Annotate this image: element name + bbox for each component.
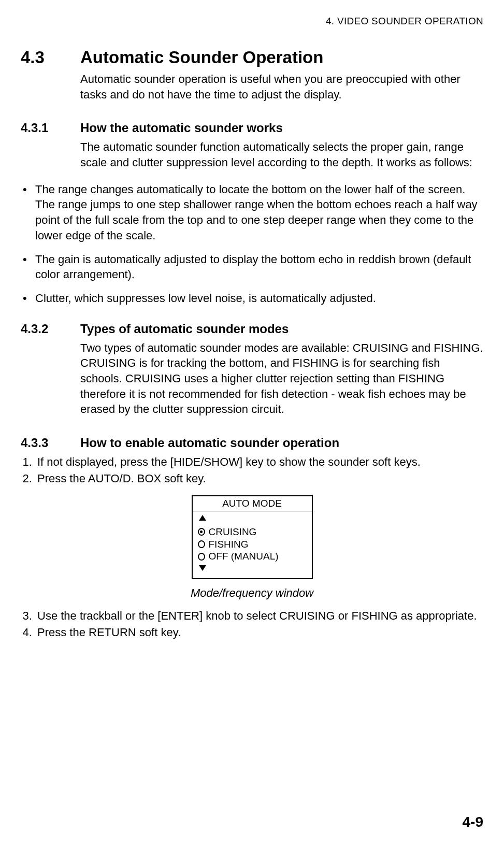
section-number: 4.3 xyxy=(21,48,80,67)
list-item: If not displayed, press the [HIDE/SHOW] … xyxy=(35,454,483,470)
section-title: Automatic Sounder Operation xyxy=(80,48,323,67)
subsection-number: 4.3.1 xyxy=(21,121,80,135)
list-item: The gain is automatically adjusted to di… xyxy=(21,252,483,282)
ordered-steps: Use the trackball or the [ENTER] knob to… xyxy=(21,608,483,640)
list-item: Press the AUTO/D. BOX soft key. xyxy=(35,471,483,486)
subsection-para: The automatic sounder function automatic… xyxy=(80,139,483,170)
subsection-number: 4.3.3 xyxy=(21,436,80,450)
up-arrow-icon xyxy=(199,515,206,521)
subsection-number: 4.3.2 xyxy=(21,322,80,336)
radio-empty-icon xyxy=(198,540,205,548)
section-heading: 4.3 Automatic Sounder Operation xyxy=(21,48,483,67)
running-head: 4. VIDEO SOUNDER OPERATION xyxy=(21,16,483,27)
option-row-cruising: CRUISING xyxy=(198,526,307,538)
option-row-fishing: FISHING xyxy=(198,538,307,551)
section-intro: Automatic sounder operation is useful wh… xyxy=(80,71,483,102)
subsection-para: Two types of automatic sounder modes are… xyxy=(80,340,483,417)
page-number: 4-9 xyxy=(463,814,483,830)
radio-selected-icon xyxy=(198,528,205,536)
subsection-title: How to enable automatic sounder operatio… xyxy=(80,436,339,450)
option-row-off: OFF (MANUAL) xyxy=(198,550,307,563)
ordered-steps: If not displayed, press the [HIDE/SHOW] … xyxy=(21,454,483,486)
subsection-title: How the automatic sounder works xyxy=(80,121,283,135)
list-item: Clutter, which suppresses low level nois… xyxy=(21,291,483,306)
option-label: CRUISING xyxy=(209,526,257,538)
radio-empty-icon xyxy=(198,553,205,561)
option-label: OFF (MANUAL) xyxy=(209,550,279,563)
auto-mode-title: AUTO MODE xyxy=(193,496,312,511)
subsection-heading: 4.3.2 Types of automatic sounder modes xyxy=(21,322,483,336)
list-item: The range changes automatically to locat… xyxy=(21,182,483,243)
auto-mode-box: AUTO MODE CRUISING FISHING OFF (MANUAL) xyxy=(192,495,313,579)
subsection-title: Types of automatic sounder modes xyxy=(80,322,289,336)
figure-caption: Mode/frequency window xyxy=(21,586,483,600)
subsection-heading: 4.3.3 How to enable automatic sounder op… xyxy=(21,436,483,450)
list-item: Press the RETURN soft key. xyxy=(35,625,483,640)
option-label: FISHING xyxy=(209,538,249,551)
subsection-heading: 4.3.1 How the automatic sounder works xyxy=(21,121,483,135)
down-arrow-icon xyxy=(199,565,206,571)
figure: AUTO MODE CRUISING FISHING OFF (MANUAL) xyxy=(21,495,483,579)
list-item: Use the trackball or the [ENTER] knob to… xyxy=(35,608,483,624)
bullet-list: The range changes automatically to locat… xyxy=(21,182,483,306)
